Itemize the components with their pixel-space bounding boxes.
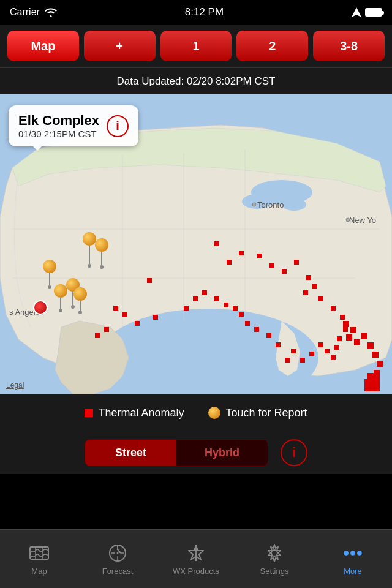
map-type-selector: Street Hybrid — [85, 439, 268, 466]
legend-bar: Thermal Anomaly Touch for Report — [0, 394, 392, 431]
battery-icon — [365, 8, 382, 17]
svg-rect-33 — [325, 349, 330, 353]
svg-rect-25 — [303, 290, 308, 295]
fire-callout[interactable]: Elk Complex 01/30 2:15PM CST i — [9, 105, 138, 146]
time-label: 8:12 PM — [185, 6, 224, 18]
svg-rect-34 — [318, 342, 323, 347]
btn2-button[interactable]: 2 — [236, 31, 308, 61]
hybrid-button[interactable]: Hybrid — [176, 440, 268, 466]
info-button[interactable]: i — [281, 439, 307, 466]
svg-rect-24 — [312, 284, 317, 289]
svg-rect-20 — [270, 263, 274, 268]
svg-rect-56 — [147, 278, 152, 283]
fire-pin-2[interactable] — [95, 238, 108, 269]
fire-pin-1[interactable] — [83, 232, 96, 268]
svg-rect-46 — [214, 296, 219, 301]
svg-rect-19 — [257, 254, 262, 258]
svg-rect-30 — [337, 336, 342, 341]
tab-wx-products[interactable]: WX Products — [157, 530, 235, 588]
tab-map[interactable]: Map — [0, 530, 78, 588]
svg-rect-35 — [309, 352, 314, 356]
callout-info-button[interactable]: i — [107, 115, 129, 137]
svg-rect-22 — [294, 260, 299, 265]
tab-map-label: Map — [31, 567, 47, 576]
map-type-bar: Street Hybrid i — [0, 431, 392, 474]
callout-text: Elk Complex 01/30 2:15PM CST — [18, 113, 99, 139]
svg-rect-53 — [95, 333, 100, 338]
svg-point-12 — [252, 203, 256, 206]
svg-rect-21 — [282, 269, 287, 274]
status-bar: Carrier 8:12 PM — [0, 0, 392, 24]
svg-marker-0 — [352, 7, 361, 17]
status-left: Carrier — [10, 7, 57, 18]
tab-bar: Map Forecast WX Products — [0, 529, 392, 588]
svg-rect-59 — [346, 334, 352, 341]
svg-point-72 — [117, 552, 119, 554]
svg-point-83 — [357, 551, 362, 556]
add-button[interactable]: + — [84, 31, 156, 61]
thermal-anomaly-legend: Thermal Anomaly — [85, 407, 184, 420]
callout-timestamp: 01/30 2:15PM CST — [18, 129, 99, 139]
svg-rect-27 — [331, 306, 336, 311]
svg-rect-37 — [291, 349, 296, 353]
svg-rect-58 — [350, 327, 356, 333]
fire-pin-6[interactable] — [74, 287, 87, 314]
svg-rect-31 — [334, 345, 339, 350]
svg-rect-16 — [214, 241, 219, 246]
settings-tab-icon — [263, 542, 285, 564]
active-fire-marker[interactable] — [33, 300, 48, 315]
svg-rect-41 — [254, 327, 259, 332]
tab-forecast-label: Forecast — [102, 567, 134, 576]
svg-rect-18 — [227, 260, 232, 265]
svg-point-82 — [350, 551, 355, 556]
svg-text:New Yo: New Yo — [349, 216, 376, 225]
thermal-dot — [85, 409, 93, 417]
gps-icon — [352, 7, 361, 17]
legal-link[interactable]: Legal — [6, 381, 24, 390]
svg-rect-28 — [340, 315, 345, 320]
svg-point-4 — [282, 198, 306, 211]
svg-rect-49 — [184, 306, 189, 311]
tab-more[interactable]: More — [314, 530, 392, 588]
touch-report-legend: Touch for Report — [208, 407, 307, 420]
map-button[interactable]: Map — [7, 31, 79, 61]
svg-rect-26 — [318, 296, 323, 301]
svg-rect-64 — [377, 361, 383, 367]
svg-rect-54 — [123, 312, 127, 317]
svg-text:Toronto: Toronto — [257, 200, 284, 209]
btn1-button[interactable]: 1 — [160, 31, 232, 61]
svg-rect-38 — [285, 358, 290, 363]
svg-rect-17 — [239, 251, 244, 255]
tab-more-label: More — [344, 567, 362, 576]
status-right — [352, 7, 382, 17]
svg-rect-50 — [153, 315, 158, 320]
tab-settings[interactable]: Settings — [235, 530, 314, 588]
svg-rect-44 — [233, 306, 238, 311]
tab-wx-label: WX Products — [173, 567, 219, 576]
svg-rect-61 — [361, 333, 368, 339]
wifi-icon — [45, 7, 57, 17]
svg-rect-23 — [306, 275, 311, 280]
forecast-tab-icon — [107, 542, 129, 564]
svg-point-14 — [346, 218, 350, 222]
svg-rect-40 — [266, 333, 271, 338]
btn38-button[interactable]: 3-8 — [313, 31, 385, 61]
svg-point-81 — [344, 551, 349, 556]
svg-rect-55 — [113, 306, 118, 311]
tab-forecast[interactable]: Forecast — [78, 530, 157, 588]
svg-rect-51 — [135, 321, 140, 326]
svg-rect-29 — [343, 327, 348, 332]
svg-rect-42 — [245, 321, 250, 326]
svg-rect-68 — [30, 547, 48, 559]
map-container[interactable]: Toronto New Yo s Angeles — [0, 94, 392, 394]
data-updated-bar: Data Updated: 02/20 8:02PM CST — [0, 67, 392, 94]
svg-rect-43 — [239, 312, 244, 317]
svg-rect-52 — [104, 327, 109, 332]
callout-title: Elk Complex — [18, 113, 99, 129]
fire-pin-4[interactable] — [54, 284, 67, 312]
svg-rect-57 — [343, 321, 349, 327]
more-tab-icon — [342, 542, 364, 564]
street-button[interactable]: Street — [85, 440, 176, 466]
svg-rect-62 — [368, 342, 374, 349]
report-dot — [208, 407, 221, 419]
